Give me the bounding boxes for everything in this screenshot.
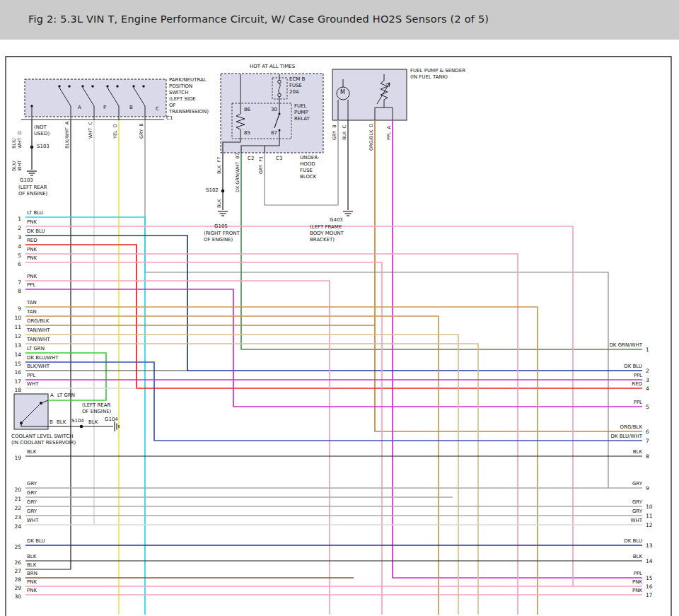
right-wire-number: 10 <box>646 504 657 510</box>
left-wire-label: RED <box>27 238 37 244</box>
left-wire-label: LT GRN <box>27 346 45 352</box>
left-wire-number: 15 <box>10 361 21 367</box>
left-wire-number: 9 <box>10 306 21 312</box>
left-wire-label: TAN/WHT <box>27 337 50 343</box>
right-wire-number: 12 <box>646 522 657 528</box>
left-wire-label: GRY <box>27 509 37 515</box>
left-wire-label: BLK <box>27 449 36 455</box>
left-wire-number: 1 <box>10 216 21 222</box>
right-wire-number: 9 <box>646 485 657 492</box>
right-wire-number: 4 <box>646 385 657 392</box>
right-wire-label: BLK <box>557 554 642 560</box>
right-wire-label: GRY <box>557 509 642 515</box>
left-wire-label: PNK <box>27 588 37 594</box>
left-wire-label: GRY <box>27 490 37 496</box>
left-wire-label: PNK <box>27 579 37 586</box>
left-wire-number: 12 <box>10 333 21 339</box>
left-wire-label: BRN <box>27 571 37 577</box>
left-wire-label: TAN/WHT <box>27 327 50 334</box>
right-wire-number: 8 <box>646 453 657 460</box>
right-wire-label: DK BLU <box>557 538 642 545</box>
left-wire-number: 25 <box>10 544 21 550</box>
left-wire-number: 7 <box>10 279 21 286</box>
left-wire-label: GRY <box>27 499 37 506</box>
left-wire-label: BLK <box>27 554 36 560</box>
right-wire-label: PNK <box>557 579 642 586</box>
left-wire-number: 8 <box>10 288 21 294</box>
right-wire-number: 16 <box>646 583 657 590</box>
wire-labels-layer: LT BLU1PNK2DK BLU3RED4PNK5PNK6PNK7PPL8TA… <box>0 0 679 616</box>
left-wire-number: 29 <box>10 585 21 591</box>
right-wire-label: GRY <box>557 499 642 506</box>
left-wire-number: 22 <box>10 505 21 511</box>
left-wire-number: 16 <box>10 369 21 376</box>
right-wire-label: BLK <box>557 449 642 455</box>
left-wire-label: PNK <box>27 219 37 226</box>
right-wire-label: GRY <box>557 481 642 487</box>
right-wire-number: 6 <box>646 429 657 435</box>
left-wire-label: GRY <box>27 481 37 487</box>
right-wire-number: 13 <box>646 542 657 549</box>
right-wire-number: 1 <box>646 347 657 353</box>
left-wire-number: 13 <box>10 342 21 349</box>
left-wire-label: WHT <box>27 518 38 524</box>
left-wire-number: 17 <box>10 378 21 385</box>
right-wire-label: PPL <box>557 373 642 379</box>
left-wire-number: 27 <box>10 568 21 574</box>
left-wire-label: BLK/WHT <box>27 364 50 370</box>
right-wire-label: PNK <box>557 588 642 594</box>
right-wire-number: 7 <box>646 438 657 444</box>
right-wire-label: RED <box>557 381 642 388</box>
right-wire-label: WHT <box>557 518 642 524</box>
screenshot-root: Fig 2: 5.3L VIN T, Engine Performance Ci… <box>0 0 679 616</box>
left-wire-number: 6 <box>10 261 21 267</box>
left-wire-label: WHT <box>27 381 38 388</box>
right-wire-number: 5 <box>646 404 657 410</box>
left-wire-number: 26 <box>10 559 21 566</box>
left-wire-label: PPL <box>27 282 35 289</box>
left-wire-label: PNK <box>27 274 37 280</box>
right-wire-number: 11 <box>646 513 657 519</box>
left-wire-number: 28 <box>10 576 21 583</box>
left-wire-label: TAN <box>27 309 37 315</box>
left-wire-number: 30 <box>10 593 21 600</box>
left-wire-label: BLK <box>27 562 36 569</box>
right-wire-label: DK GRN/WHT <box>557 342 642 349</box>
left-wire-number: 4 <box>10 243 21 250</box>
right-wire-label: ORG/BLK <box>557 424 642 431</box>
left-wire-number: 5 <box>10 252 21 259</box>
right-wire-number: 3 <box>646 377 657 383</box>
left-wire-label: DK BLU/WHT <box>27 355 59 361</box>
left-wire-number: 11 <box>10 324 21 330</box>
left-wire-number: 24 <box>10 523 21 530</box>
right-wire-number: 2 <box>646 368 657 374</box>
left-wire-label: PNK <box>27 255 37 262</box>
left-wire-number: 21 <box>10 496 21 502</box>
left-wire-label: ORG/BLK <box>27 318 49 325</box>
left-wire-label: LT BLU <box>27 210 43 216</box>
left-wire-number: 18 <box>10 387 21 393</box>
left-wire-label: PPL <box>27 373 35 379</box>
left-wire-number: 19 <box>10 455 21 461</box>
left-wire-number: 2 <box>10 225 21 231</box>
right-wire-label: DK BLU/WHT <box>557 434 642 440</box>
right-wire-number: 15 <box>646 575 657 581</box>
left-wire-label: TAN <box>27 300 37 306</box>
left-wire-number: 23 <box>10 514 21 521</box>
left-wire-label: PNK <box>27 247 37 253</box>
right-wire-label: PPL <box>557 571 642 577</box>
right-wire-label: PPL <box>557 400 642 406</box>
left-wire-label: DK BLU <box>27 228 45 235</box>
right-wire-label: DK BLU <box>557 364 642 370</box>
left-wire-number: 14 <box>10 351 21 358</box>
left-wire-number: 10 <box>10 315 21 321</box>
left-wire-label: DK BLU <box>27 538 45 545</box>
right-wire-number: 14 <box>646 558 657 564</box>
left-wire-number: 20 <box>10 487 21 493</box>
right-wire-number: 17 <box>646 592 657 598</box>
left-wire-number: 3 <box>10 234 21 240</box>
